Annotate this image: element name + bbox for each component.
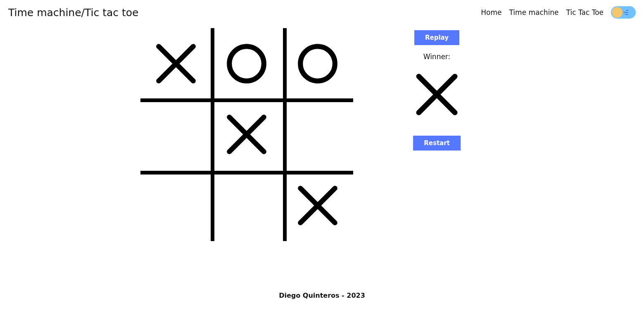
board-cell-7[interactable]: [211, 170, 283, 241]
svg-point-2: [230, 46, 264, 81]
board-cell-8[interactable]: [282, 170, 353, 241]
winner-mark: [413, 68, 461, 128]
replay-button[interactable]: Replay: [414, 30, 459, 45]
x-icon: [153, 41, 199, 86]
page-title: Time machine/Tic tac toe: [8, 7, 138, 19]
game-board: [140, 28, 353, 241]
board-cell-0[interactable]: [140, 28, 211, 99]
toggle-lines-icon: [623, 6, 628, 19]
nav-tic-tac-toe[interactable]: Tic Tac Toe: [566, 8, 604, 17]
o-icon: [224, 41, 269, 86]
nav-time-machine[interactable]: Time machine: [509, 8, 559, 17]
nav: Home Time machine Tic Tac Toe: [481, 6, 636, 19]
board-cell-3[interactable]: [140, 99, 211, 170]
nav-home[interactable]: Home: [481, 8, 501, 17]
board-cell-6[interactable]: [140, 170, 211, 241]
theme-toggle[interactable]: [611, 6, 636, 19]
x-icon: [413, 71, 461, 118]
sun-icon: [612, 7, 623, 18]
board-cell-5[interactable]: [282, 99, 353, 170]
header: Time machine/Tic tac toe Home Time machi…: [0, 0, 644, 20]
board-cell-4[interactable]: [211, 99, 283, 170]
x-icon: [224, 112, 269, 157]
footer-text: Diego Quinteros - 2023: [279, 292, 365, 299]
restart-button[interactable]: Restart: [413, 136, 461, 151]
side-panel: Replay Winner: Restart: [413, 30, 461, 151]
o-icon: [295, 41, 340, 86]
footer: Diego Quinteros - 2023: [0, 292, 644, 299]
board-cell-2[interactable]: [282, 28, 353, 99]
board-cell-1[interactable]: [211, 28, 283, 99]
x-icon: [295, 183, 340, 228]
svg-point-3: [300, 46, 335, 81]
winner-label: Winner:: [423, 53, 451, 61]
game-area: Replay Winner: Restart: [0, 20, 644, 30]
